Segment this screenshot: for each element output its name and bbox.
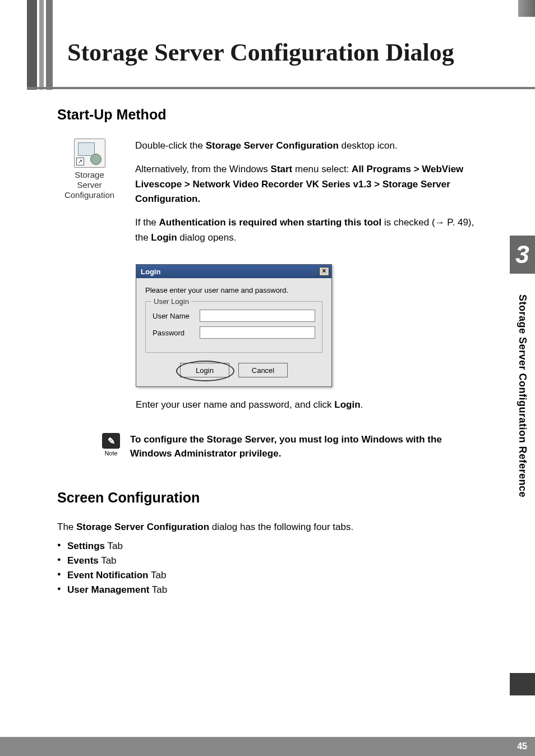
chapter-number-badge: 3 [510, 236, 535, 274]
title-underline [27, 87, 535, 89]
note-text: To configure the Storage Server, you mus… [130, 433, 483, 460]
close-button[interactable]: × [319, 267, 329, 276]
login-prompt: Please enter your user name and password… [145, 286, 322, 294]
corner-decor [518, 0, 535, 17]
chapter-side-title: Storage Server Configuration Reference [516, 278, 528, 514]
startup-heading: Start-Up Method [57, 107, 483, 123]
dialog-titlebar: Login × [136, 265, 331, 278]
login-button[interactable]: Login [180, 363, 229, 377]
storage-server-config-icon: ↗ [74, 139, 105, 168]
page-footer: 45 [0, 737, 535, 756]
username-input[interactable] [200, 310, 315, 322]
startup-para-1: Double-click the Storage Server Configur… [135, 139, 483, 153]
page-number: 45 [517, 741, 527, 752]
username-label: User Name [153, 312, 200, 320]
login-dialog: Login × Please enter your user name and … [136, 264, 332, 387]
startup-para-2: Alternatively, from the Windows Start me… [135, 162, 483, 206]
icon-caption-line: Server [57, 180, 122, 190]
screen-config-heading: Screen Configuration [57, 490, 483, 506]
user-login-group: User Login User Name Password [145, 301, 322, 353]
after-login-instruction: Enter your user name and password, and c… [136, 399, 472, 411]
password-label: Password [153, 329, 200, 337]
note-icon: ✎ [102, 433, 120, 449]
list-item: Events Tab [57, 555, 483, 566]
chapter-side-bars [27, 0, 56, 90]
password-input[interactable] [200, 326, 315, 339]
shortcut-arrow-icon: ↗ [76, 158, 84, 165]
side-thumb-marker [510, 673, 535, 695]
fieldset-legend: User Login [151, 297, 191, 306]
screen-config-intro: The Storage Server Configuration dialog … [57, 522, 483, 533]
dialog-title: Login [141, 268, 160, 276]
startup-para-3: If the Authentication is required when s… [135, 215, 483, 245]
page-title: Storage Server Configuration Dialog [67, 38, 454, 67]
list-item: Settings Tab [57, 541, 483, 552]
tabs-list: Settings Tab Events Tab Event Notificati… [57, 541, 483, 596]
list-item: User Management Tab [57, 584, 483, 596]
note-label: Note [102, 450, 120, 457]
icon-caption-line: Configuration [57, 190, 122, 200]
desktop-shortcut-icon: ↗ Storage Server Configuration [57, 139, 122, 200]
list-item: Event Notification Tab [57, 570, 483, 581]
icon-caption-line: Storage [57, 170, 122, 180]
cancel-button[interactable]: Cancel [238, 363, 288, 377]
